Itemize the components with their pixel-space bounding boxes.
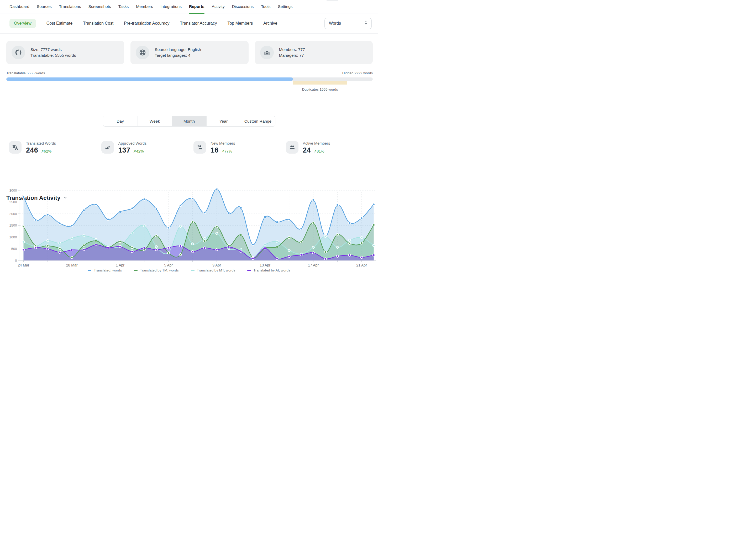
period-custom-range-button[interactable]: Custom Range <box>241 116 275 126</box>
data-point[interactable] <box>360 242 363 244</box>
data-point[interactable] <box>312 252 314 254</box>
data-point[interactable] <box>324 258 326 260</box>
data-point[interactable] <box>167 247 169 249</box>
data-point[interactable] <box>216 226 218 228</box>
data-point[interactable] <box>216 249 218 251</box>
data-point[interactable] <box>131 207 133 209</box>
data-point[interactable] <box>22 249 24 251</box>
data-point[interactable] <box>71 237 73 239</box>
unit-select[interactable]: Words <box>324 18 372 29</box>
data-point[interactable] <box>119 240 121 242</box>
data-point[interactable] <box>216 189 218 190</box>
nav-item-sources[interactable]: Sources <box>37 0 52 13</box>
data-point[interactable] <box>131 250 133 253</box>
data-point[interactable] <box>107 247 109 249</box>
data-point[interactable] <box>83 249 85 251</box>
data-point[interactable] <box>312 199 314 201</box>
tab-overview[interactable]: Overview <box>9 19 36 28</box>
nav-item-integrations[interactable]: Integrations <box>160 0 182 13</box>
data-point[interactable] <box>191 243 193 245</box>
data-point[interactable] <box>276 246 278 248</box>
tab-translator-accuracy[interactable]: Translator Accuracy <box>180 21 217 26</box>
data-point[interactable] <box>191 250 193 253</box>
data-point[interactable] <box>300 254 302 256</box>
data-point[interactable] <box>276 221 278 223</box>
data-point[interactable] <box>372 203 375 205</box>
data-point[interactable] <box>276 258 278 260</box>
nav-item-members[interactable]: Members <box>136 0 153 13</box>
data-point[interactable] <box>179 245 181 247</box>
data-point[interactable] <box>203 247 206 249</box>
data-point[interactable] <box>107 218 109 220</box>
data-point[interactable] <box>336 204 338 206</box>
data-point[interactable] <box>372 224 375 226</box>
data-point[interactable] <box>348 239 350 241</box>
nav-item-reports[interactable]: Reports <box>189 0 204 13</box>
data-point[interactable] <box>336 246 338 248</box>
data-point[interactable] <box>348 254 350 256</box>
tab-pre-translation-accuracy[interactable]: Pre-translation Accuracy <box>124 21 169 26</box>
data-point[interactable] <box>46 248 49 250</box>
data-point[interactable] <box>288 218 290 221</box>
data-point[interactable] <box>71 256 73 258</box>
data-point[interactable] <box>179 205 181 207</box>
nav-item-translations[interactable]: Translations <box>59 0 81 13</box>
data-point[interactable] <box>288 237 290 239</box>
data-point[interactable] <box>336 255 338 257</box>
data-point[interactable] <box>360 237 363 239</box>
data-point[interactable] <box>312 246 314 248</box>
data-point[interactable] <box>34 219 36 221</box>
data-point[interactable] <box>46 245 49 247</box>
data-point[interactable] <box>216 232 218 234</box>
tab-archive[interactable]: Archive <box>263 21 277 26</box>
nav-item-tools[interactable]: Tools <box>261 0 270 13</box>
tab-cost-estimate[interactable]: Cost Estimate <box>46 21 73 26</box>
data-point[interactable] <box>240 207 242 209</box>
data-point[interactable] <box>240 234 242 236</box>
nav-item-screenshots[interactable]: Screenshots <box>88 0 111 13</box>
data-point[interactable] <box>131 232 133 234</box>
data-point[interactable] <box>300 241 302 243</box>
data-point[interactable] <box>83 209 85 211</box>
data-point[interactable] <box>203 237 206 239</box>
data-point[interactable] <box>71 224 73 227</box>
data-point[interactable] <box>348 222 350 224</box>
data-point[interactable] <box>203 240 206 242</box>
data-point[interactable] <box>179 225 181 227</box>
data-point[interactable] <box>288 249 290 252</box>
period-week-button[interactable]: Week <box>138 116 172 126</box>
data-point[interactable] <box>59 251 61 253</box>
data-point[interactable] <box>71 249 73 251</box>
data-point[interactable] <box>191 221 193 223</box>
data-point[interactable] <box>22 226 24 228</box>
data-point[interactable] <box>95 240 97 242</box>
data-point[interactable] <box>360 217 363 219</box>
data-point[interactable] <box>83 244 85 246</box>
data-point[interactable] <box>264 216 266 218</box>
nav-item-tasks[interactable]: Tasks <box>118 0 129 13</box>
data-point[interactable] <box>264 244 266 246</box>
data-point[interactable] <box>143 198 145 200</box>
data-point[interactable] <box>300 228 302 230</box>
data-point[interactable] <box>252 243 254 245</box>
data-point[interactable] <box>240 250 242 252</box>
data-point[interactable] <box>360 256 363 258</box>
data-point[interactable] <box>228 246 230 248</box>
data-point[interactable] <box>324 235 326 237</box>
legend-item-translated-by-tm[interactable]: Translated by TM, words <box>134 268 179 272</box>
data-point[interactable] <box>155 245 157 248</box>
data-point[interactable] <box>167 252 169 254</box>
data-point[interactable] <box>348 242 350 244</box>
tab-translation-cost[interactable]: Translation Cost <box>83 21 113 26</box>
period-month-button[interactable]: Month <box>172 116 206 126</box>
period-year-button[interactable]: Year <box>206 116 241 126</box>
data-point[interactable] <box>372 254 375 256</box>
data-point[interactable] <box>288 255 290 257</box>
data-point[interactable] <box>59 222 61 224</box>
data-point[interactable] <box>59 242 61 244</box>
data-point[interactable] <box>179 254 181 256</box>
data-point[interactable] <box>264 247 266 249</box>
data-point[interactable] <box>34 247 36 249</box>
data-point[interactable] <box>22 196 24 198</box>
data-point[interactable] <box>312 222 314 224</box>
